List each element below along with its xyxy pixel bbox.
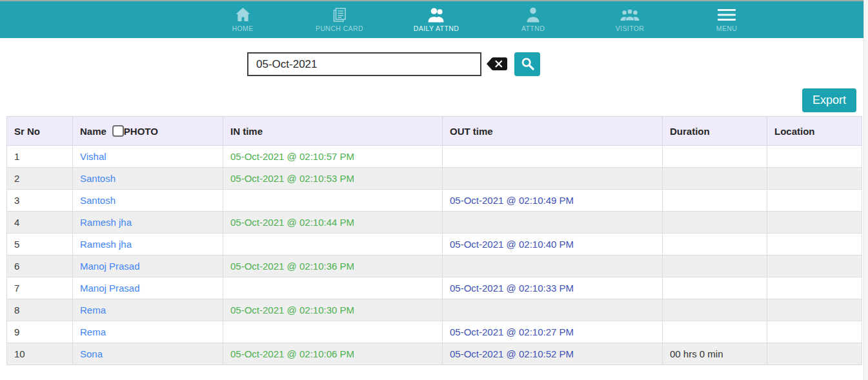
duration-cell xyxy=(663,212,767,234)
in-time-cell: 05-Oct-2021 @ 02:10:57 PM xyxy=(223,146,443,168)
nav-item-attnd[interactable]: ATTND xyxy=(485,1,581,38)
nav-label-visitor: VISITOR xyxy=(616,25,645,32)
name-cell: Manoj Prasad xyxy=(73,277,223,299)
in-time-cell: 05-Oct-2021 @ 02:10:53 PM xyxy=(223,168,443,190)
name-link[interactable]: Sona xyxy=(80,348,103,359)
sr-no-cell: 1 xyxy=(7,146,73,168)
name-link[interactable]: Manoj Prasad xyxy=(80,283,140,294)
in-time-cell xyxy=(223,190,443,212)
out-time-cell: 05-Oct-2021 @ 02:10:27 PM xyxy=(443,321,663,343)
search-button[interactable] xyxy=(514,52,540,76)
clear-date-button[interactable] xyxy=(485,56,509,73)
scrollbar-track[interactable] xyxy=(863,0,868,380)
nav-label-attnd: ATTND xyxy=(521,25,545,32)
header-out-time: OUT time xyxy=(443,117,663,146)
daily-attendance-page: HOME PUNCH CARD xyxy=(0,0,868,380)
name-link[interactable]: Vishal xyxy=(80,151,106,162)
out-time-cell: 05-Oct-2021 @ 02:10:40 PM xyxy=(443,234,663,255)
location-cell xyxy=(767,255,862,277)
location-cell xyxy=(767,190,862,212)
nav-item-punch-card[interactable]: PUNCH CARD xyxy=(291,1,388,38)
out-time-cell xyxy=(443,146,663,168)
table-row: 4 Ramesh jha 05-Oct-2021 @ 02:10:44 PM xyxy=(7,212,862,234)
in-time-cell: 05-Oct-2021 @ 02:10:44 PM xyxy=(223,212,443,234)
photo-checkbox[interactable] xyxy=(112,125,124,137)
header-name-label: Name xyxy=(80,126,106,137)
out-time-cell xyxy=(443,168,663,190)
sr-no-cell: 4 xyxy=(7,212,73,234)
sr-no-cell: 6 xyxy=(7,255,73,277)
in-time-cell xyxy=(223,321,443,343)
header-photo-label: PHOTO xyxy=(124,126,158,137)
table-row: 9 Rema 05-Oct-2021 @ 02:10:27 PM xyxy=(7,321,862,343)
name-link[interactable]: Ramesh jha xyxy=(80,239,132,250)
header-in-time: IN time xyxy=(223,117,443,146)
in-time-cell: 05-Oct-2021 @ 02:10:36 PM xyxy=(223,255,443,277)
table-row: 3 Santosh 05-Oct-2021 @ 02:10:49 PM xyxy=(7,190,862,212)
magnifier-icon xyxy=(521,57,534,72)
duration-cell xyxy=(663,277,767,299)
header-sr-no: Sr No xyxy=(7,117,73,146)
sr-no-cell: 8 xyxy=(7,299,73,321)
nav-label-menu: MENU xyxy=(716,25,738,32)
sr-no-cell: 3 xyxy=(7,190,73,212)
name-link[interactable]: Ramesh jha xyxy=(80,217,132,228)
name-cell: Ramesh jha xyxy=(73,212,223,234)
name-link[interactable]: Santosh xyxy=(80,173,116,184)
duration-cell xyxy=(663,255,767,277)
name-link[interactable]: Rema xyxy=(80,326,106,337)
header-location: Location xyxy=(767,117,862,146)
in-time-cell xyxy=(223,234,443,255)
location-cell xyxy=(767,234,862,255)
in-time-cell: 05-Oct-2021 @ 02:10:06 PM xyxy=(223,343,443,365)
header-name-photo: Name PHOTO xyxy=(73,117,223,146)
date-input[interactable] xyxy=(247,52,481,76)
in-time-cell: 05-Oct-2021 @ 02:10:30 PM xyxy=(223,299,443,321)
duration-cell xyxy=(663,321,767,343)
nav-item-menu[interactable]: MENU xyxy=(678,1,775,38)
duration-cell xyxy=(663,299,767,321)
name-link[interactable]: Manoj Prasad xyxy=(80,261,140,272)
attnd-icon xyxy=(525,6,541,23)
sr-no-cell: 2 xyxy=(7,168,73,190)
table-row: 10 Sona 05-Oct-2021 @ 02:10:06 PM 05-Oct… xyxy=(7,343,862,365)
attendance-table: Sr No Name PHOTO IN time OUT time Durati… xyxy=(6,116,862,365)
window-top-border xyxy=(0,0,868,1)
name-cell: Rema xyxy=(73,299,223,321)
out-time-cell xyxy=(443,255,663,277)
name-link[interactable]: Rema xyxy=(80,305,106,315)
nav-item-home[interactable]: HOME xyxy=(194,1,291,38)
out-time-cell: 05-Oct-2021 @ 02:10:49 PM xyxy=(443,190,663,212)
duration-cell xyxy=(663,146,767,168)
location-cell xyxy=(767,343,862,365)
duration-cell xyxy=(663,190,767,212)
out-time-cell: 05-Oct-2021 @ 02:10:52 PM xyxy=(443,343,663,365)
visitor-icon xyxy=(620,6,640,23)
location-cell xyxy=(767,212,862,234)
header-duration: Duration xyxy=(663,117,767,146)
sr-no-cell: 10 xyxy=(7,343,73,365)
name-cell: Ramesh jha xyxy=(73,234,223,255)
nav-items: HOME PUNCH CARD xyxy=(194,1,775,38)
table-row: 6 Manoj Prasad 05-Oct-2021 @ 02:10:36 PM xyxy=(7,255,862,277)
daily-attnd-icon xyxy=(427,6,446,23)
duration-cell xyxy=(663,234,767,255)
name-link[interactable]: Santosh xyxy=(80,195,116,206)
name-cell: Sona xyxy=(73,343,223,365)
sr-no-cell: 5 xyxy=(7,234,73,255)
export-button[interactable]: Export xyxy=(802,88,856,112)
menu-icon xyxy=(718,6,736,23)
table-row: 5 Ramesh jha 05-Oct-2021 @ 02:10:40 PM xyxy=(7,234,862,255)
table-row: 2 Santosh 05-Oct-2021 @ 02:10:53 PM xyxy=(7,168,862,190)
location-cell xyxy=(767,168,862,190)
nav-label-punch-card: PUNCH CARD xyxy=(316,25,363,32)
name-cell: Santosh xyxy=(73,168,223,190)
name-cell: Rema xyxy=(73,321,223,343)
location-cell xyxy=(767,277,862,299)
location-cell xyxy=(767,299,862,321)
top-navbar: HOME PUNCH CARD xyxy=(0,1,868,38)
attendance-table-body: 1 Vishal 05-Oct-2021 @ 02:10:57 PM 2 San… xyxy=(7,146,862,365)
nav-item-visitor[interactable]: VISITOR xyxy=(581,1,678,38)
nav-item-daily-attnd[interactable]: DAILY ATTND xyxy=(388,1,485,38)
location-cell xyxy=(767,321,862,343)
